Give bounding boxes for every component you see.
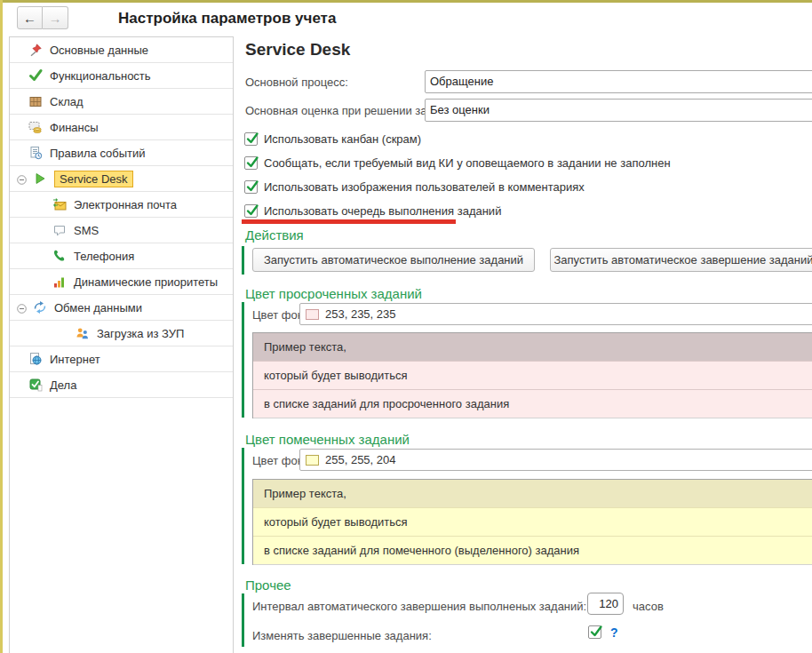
sidebar-item-label: Правила событий bbox=[50, 147, 146, 160]
main-rating-input[interactable]: Без оценки bbox=[425, 99, 812, 122]
users-icon bbox=[76, 326, 90, 340]
window-title: Настройка параметров учета bbox=[118, 10, 336, 28]
sidebar-item-sms[interactable]: SMS bbox=[10, 218, 233, 243]
checkbox-checked-icon[interactable] bbox=[244, 180, 258, 194]
section-bar bbox=[242, 593, 244, 647]
section-bar bbox=[242, 302, 244, 418]
sidebar-item-data-exchange[interactable]: Обмен данными bbox=[10, 295, 233, 321]
sidebar-item-zup-load[interactable]: Загрузка из ЗУП bbox=[10, 321, 233, 346]
checkbox-label: Использовать изображения пользователей в… bbox=[264, 180, 585, 194]
sidebar-item-event-rules[interactable]: Правила событий bbox=[10, 140, 233, 166]
settings-sidebar: Основные данные Функциональность Склад Ф… bbox=[9, 36, 234, 653]
sidebar-item-warehouse[interactable]: Склад bbox=[10, 89, 233, 115]
check-icon bbox=[28, 68, 43, 83]
data-exchange-icon bbox=[33, 300, 47, 315]
preview-row: который будет выводиться bbox=[253, 508, 812, 537]
checkbox-row-notify-ki[interactable]: Сообщать, если требуемый вид КИ у оповещ… bbox=[244, 154, 671, 171]
collapse-icon[interactable] bbox=[17, 174, 27, 184]
event-rules-icon bbox=[28, 146, 43, 160]
run-auto-completion-button[interactable]: Запустить автоматическое завершение зада… bbox=[550, 248, 812, 272]
marked-preview-table: Пример текста, который будет выводиться … bbox=[252, 479, 812, 565]
sidebar-item-internet[interactable]: Интернет bbox=[10, 346, 233, 372]
sidebar-item-label: Загрузка из ЗУП bbox=[97, 327, 184, 340]
sidebar-item-label: Функциональность bbox=[50, 69, 151, 83]
sidebar-item-label: Обмен данными bbox=[54, 301, 142, 315]
sidebar-item-label: SMS bbox=[74, 224, 99, 237]
color-value: 253, 235, 235 bbox=[325, 307, 396, 321]
sidebar-item-label-selected: Service Desk bbox=[54, 171, 133, 187]
checkbox-checked-icon[interactable] bbox=[244, 156, 258, 170]
interval-unit-label: часов bbox=[633, 600, 664, 613]
tasks-icon bbox=[28, 378, 43, 392]
back-button[interactable]: ← bbox=[17, 6, 43, 29]
checkbox-row-user-images[interactable]: Использовать изображения пользователей в… bbox=[244, 178, 585, 195]
section-bar bbox=[242, 246, 244, 275]
sidebar-item-label: Основные данные bbox=[50, 44, 148, 57]
window-frame-top bbox=[0, 0, 812, 3]
sms-icon bbox=[52, 223, 67, 237]
sidebar-item-label: Дела bbox=[50, 378, 76, 392]
section-title-marked-color: Цвет помеченных заданий bbox=[245, 432, 410, 447]
run-auto-execution-button[interactable]: Запустить автоматическое выполнение зада… bbox=[252, 248, 535, 272]
checkbox-label: Использовать очередь выполнения заданий bbox=[264, 204, 501, 218]
main-process-input[interactable]: Обращение bbox=[425, 70, 812, 93]
crate-icon bbox=[28, 94, 43, 108]
preview-row: Пример текста, bbox=[253, 333, 812, 362]
overdue-preview-table: Пример текста, который будет выводиться … bbox=[252, 332, 812, 418]
help-link[interactable]: ? bbox=[610, 625, 618, 640]
sidebar-item-label: Интернет bbox=[50, 353, 100, 366]
bar-chart-icon bbox=[52, 275, 67, 289]
section-bar bbox=[242, 448, 244, 564]
modify-completed-label: Изменять завершенные задания: bbox=[252, 629, 432, 642]
sidebar-item-label: Телефония bbox=[74, 250, 134, 263]
preview-row: в списке заданий для просроченного задан… bbox=[253, 390, 812, 418]
sidebar-item-label: Склад bbox=[50, 95, 84, 108]
checkbox-checked-icon[interactable] bbox=[244, 204, 258, 218]
checkbox-row-kanban[interactable]: Использовать канбан (скрам) bbox=[244, 130, 421, 147]
checkbox-row-task-queue[interactable]: Использовать очередь выполнения заданий bbox=[244, 202, 501, 219]
preview-row: Пример текста, bbox=[253, 480, 812, 508]
marked-color-input[interactable]: 255, 255, 204 bbox=[299, 449, 812, 471]
main-process-label: Основной процесс: bbox=[245, 76, 348, 89]
pin-icon bbox=[28, 43, 43, 57]
section-title-actions: Действия bbox=[245, 227, 304, 243]
sidebar-item-dynamic-priorities[interactable]: Динамические приоритеты bbox=[10, 269, 233, 295]
sidebar-item-tasks[interactable]: Дела bbox=[10, 372, 233, 398]
collapse-icon[interactable] bbox=[17, 303, 27, 313]
sidebar-item-label: Финансы bbox=[50, 121, 99, 134]
forward-arrow-icon: → bbox=[49, 11, 62, 26]
coins-icon bbox=[28, 120, 43, 134]
sidebar-item-email[interactable]: Электронная почта bbox=[10, 192, 233, 218]
checkbox-label: Использовать канбан (скрам) bbox=[264, 132, 421, 146]
page-title: Service Desk bbox=[245, 40, 350, 60]
checkbox-label: Сообщать, если требуемый вид КИ у оповещ… bbox=[264, 156, 671, 170]
interval-input[interactable]: 120 bbox=[587, 593, 624, 615]
sidebar-item-service-desk[interactable]: Service Desk bbox=[10, 166, 233, 192]
color-value: 255, 255, 204 bbox=[325, 453, 396, 466]
interval-label: Интервал автоматического завершения выпо… bbox=[252, 600, 586, 613]
section-title-other: Прочее bbox=[245, 577, 291, 593]
back-arrow-icon: ← bbox=[23, 11, 36, 26]
sidebar-item-main-data[interactable]: Основные данные bbox=[10, 37, 233, 63]
preview-row: в списке заданий для помеченного (выделе… bbox=[253, 537, 812, 565]
sidebar-item-telephony[interactable]: Телефония bbox=[10, 243, 233, 269]
checkbox-checked-icon[interactable] bbox=[588, 625, 601, 639]
phone-icon bbox=[52, 249, 67, 263]
window-frame-left bbox=[0, 0, 3, 653]
color-swatch bbox=[306, 455, 319, 466]
sidebar-item-finance[interactable]: Финансы bbox=[10, 115, 233, 140]
email-icon bbox=[52, 197, 67, 211]
internet-icon bbox=[28, 352, 43, 366]
preview-row: который будет выводиться bbox=[253, 362, 812, 390]
modify-completed-checkbox[interactable] bbox=[588, 625, 601, 639]
forward-button[interactable]: → bbox=[43, 6, 68, 29]
red-underline-annotation bbox=[242, 219, 456, 224]
overdue-color-input[interactable]: 253, 235, 235 bbox=[299, 303, 812, 325]
sidebar-item-functionality[interactable]: Функциональность bbox=[10, 63, 233, 89]
checkbox-checked-icon[interactable] bbox=[244, 132, 258, 146]
accounting-settings-window: ← → Настройка параметров учета Основные … bbox=[0, 0, 812, 653]
sidebar-item-label: Динамические приоритеты bbox=[74, 275, 218, 289]
history-nav: ← → bbox=[17, 6, 68, 29]
color-swatch bbox=[306, 309, 319, 320]
play-icon bbox=[33, 171, 47, 186]
